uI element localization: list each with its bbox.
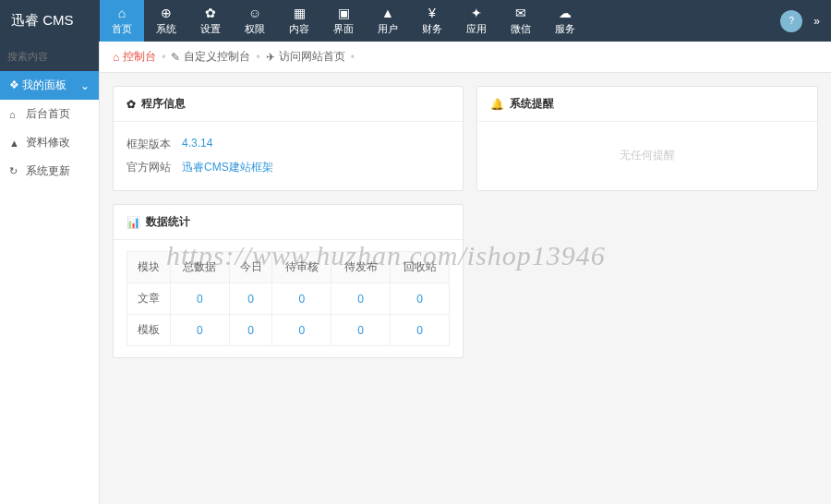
nav-finance[interactable]: ¥财务 <box>410 0 454 42</box>
info-label: 官方网站 <box>126 160 182 175</box>
gear-icon: ✿ <box>126 98 136 111</box>
breadcrumb-sep: • <box>162 51 165 64</box>
user-icon: ▲ <box>9 138 20 149</box>
nav-label: 用户 <box>378 22 398 36</box>
th-recycle: 回收站 <box>391 252 450 283</box>
yen-icon: ¥ <box>428 6 436 20</box>
nav-label: 财务 <box>422 22 442 36</box>
grid-icon: ▦ <box>294 6 306 20</box>
top-header: 迅睿 CMS ⌂首页 ⊕系统 ✿设置 ☺权限 ▦内容 ▣界面 ▲用户 ¥财务 ✦… <box>0 0 831 42</box>
header-right: ? » <box>780 0 831 42</box>
th-module: 模块 <box>127 252 171 283</box>
sidebar-section-panel[interactable]: ❖ 我的面板 ⌄ <box>0 71 99 100</box>
nav-label: 服务 <box>555 22 575 36</box>
nav-label: 设置 <box>200 22 221 36</box>
nav-home[interactable]: ⌂首页 <box>100 0 144 42</box>
stats-table: 模块 总数据 今日 待审核 待发布 回收站 文章 0 0 <box>126 251 450 346</box>
sidebar-item-update[interactable]: ↻系统更新 <box>0 157 99 186</box>
th-pending: 待审核 <box>272 252 331 283</box>
breadcrumb: ⌂控制台 • ✎自定义控制台 • ✈访问网站首页 • <box>100 42 831 73</box>
nav-wechat[interactable]: ✉微信 <box>499 0 543 42</box>
nav-system[interactable]: ⊕系统 <box>144 0 188 42</box>
user-circle-icon: ☺ <box>248 6 261 20</box>
search-box: 🔍 <box>0 42 99 71</box>
nav-label: 系统 <box>156 22 176 36</box>
cloud-icon: ☁ <box>559 6 572 20</box>
nav-label: 应用 <box>466 22 487 36</box>
chart-icon: 📊 <box>126 216 140 229</box>
home-icon: ⌂ <box>113 51 119 64</box>
table-row: 模板 0 0 0 0 0 <box>127 315 450 346</box>
nav-user[interactable]: ▲用户 <box>366 0 410 42</box>
th-total: 总数据 <box>170 252 229 283</box>
nav-service[interactable]: ☁服务 <box>543 0 587 42</box>
home-icon: ⌂ <box>118 6 126 20</box>
nav-label: 首页 <box>112 22 132 36</box>
chevron-down-icon: ⌄ <box>80 79 90 92</box>
breadcrumb-sep: • <box>256 51 259 64</box>
td-val[interactable]: 0 <box>272 315 331 346</box>
table-row: 文章 0 0 0 0 0 <box>127 283 450 315</box>
info-row: 官方网站迅睿CMS建站框架 <box>126 156 450 179</box>
refresh-icon: ↻ <box>9 165 20 177</box>
brand-logo: 迅睿 CMS <box>0 0 100 42</box>
sidebar-item-label: 系统更新 <box>26 163 70 179</box>
td-name: 文章 <box>127 283 171 315</box>
top-row: ✿程序信息 框架版本4.3.14 官方网站迅睿CMS建站框架 🔔系统提醒 无任何… <box>113 86 818 191</box>
panel-alert: 🔔系统提醒 无任何提醒 <box>476 86 818 191</box>
dashboard-icon: ❖ <box>9 78 22 91</box>
expand-icon[interactable]: » <box>813 15 820 28</box>
sidebar-item-label: 资料修改 <box>26 135 70 150</box>
nav-label: 权限 <box>245 22 265 36</box>
td-name: 模板 <box>127 315 171 346</box>
sidebar-item-label: 后台首页 <box>26 106 70 122</box>
td-val[interactable]: 0 <box>170 283 229 315</box>
td-val[interactable]: 0 <box>272 283 331 315</box>
nav-settings[interactable]: ✿设置 <box>188 0 233 42</box>
td-val[interactable]: 0 <box>331 283 391 315</box>
info-row: 框架版本4.3.14 <box>126 133 450 156</box>
info-value-website[interactable]: 迅睿CMS建站框架 <box>182 160 273 175</box>
container: 🔍 ❖ 我的面板 ⌄ ⌂后台首页 ▲资料修改 ↻系统更新 ⌂控制台 • ✎自定义… <box>0 42 831 504</box>
globe-icon: ⊕ <box>161 6 172 20</box>
nav-label: 界面 <box>333 22 354 36</box>
gear-icon: ✿ <box>205 6 216 20</box>
alert-empty: 无任何提醒 <box>477 122 817 189</box>
nav-permission[interactable]: ☺权限 <box>233 0 277 42</box>
breadcrumb-sep: • <box>351 51 355 64</box>
panel-stats: 📊数据统计 模块 总数据 今日 待审核 待发布 回收站 <box>113 204 464 358</box>
nav-label: 微信 <box>511 22 531 36</box>
nav-app[interactable]: ✦应用 <box>454 0 499 42</box>
sidebar-item-profile[interactable]: ▲资料修改 <box>0 128 99 157</box>
edit-icon: ✎ <box>171 51 180 64</box>
td-val[interactable]: 0 <box>170 315 229 346</box>
sidebar-item-home[interactable]: ⌂后台首页 <box>0 100 99 128</box>
main: ⌂控制台 • ✎自定义控制台 • ✈访问网站首页 • ✿程序信息 框架版本4.3… <box>100 42 831 504</box>
panel-stats-body: 模块 总数据 今日 待审核 待发布 回收站 文章 0 0 <box>114 240 463 357</box>
nav-ui[interactable]: ▣界面 <box>321 0 366 42</box>
avatar[interactable]: ? <box>780 10 802 32</box>
sidebar-section-label: ❖ 我的面板 <box>9 78 66 93</box>
sidebar: 🔍 ❖ 我的面板 ⌄ ⌂后台首页 ▲资料修改 ↻系统更新 <box>0 42 100 504</box>
td-val[interactable]: 0 <box>229 315 272 346</box>
td-val[interactable]: 0 <box>391 315 450 346</box>
breadcrumb-visit[interactable]: ✈访问网站首页 <box>266 49 345 65</box>
person-icon: ▲ <box>381 6 394 20</box>
td-val[interactable]: 0 <box>229 283 272 315</box>
td-val[interactable]: 0 <box>391 283 450 315</box>
breadcrumb-home[interactable]: ⌂控制台 <box>113 49 156 65</box>
plane-icon: ✈ <box>266 51 275 64</box>
info-value-version: 4.3.14 <box>182 137 212 152</box>
panel-alert-header: 🔔系统提醒 <box>477 87 817 122</box>
breadcrumb-custom[interactable]: ✎自定义控制台 <box>171 49 250 65</box>
nav-label: 内容 <box>289 22 309 36</box>
bell-icon: 🔔 <box>490 98 504 111</box>
td-val[interactable]: 0 <box>331 315 391 346</box>
nav-content[interactable]: ▦内容 <box>277 0 321 42</box>
puzzle-icon: ✦ <box>471 6 482 20</box>
wechat-icon: ✉ <box>515 6 526 20</box>
layout-icon: ▣ <box>338 6 350 20</box>
th-publish: 待发布 <box>331 252 391 283</box>
th-today: 今日 <box>229 252 272 283</box>
home-icon: ⌂ <box>9 109 20 120</box>
